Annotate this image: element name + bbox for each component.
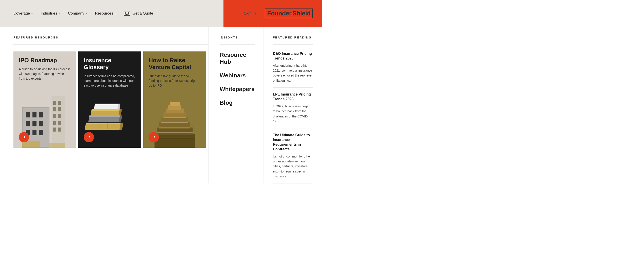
insights-label: INSIGHTS <box>220 36 254 39</box>
svg-rect-34 <box>91 109 121 111</box>
logo-text-line1: Founder <box>267 10 292 17</box>
card-insurance-glossary[interactable]: Insurance Glossary Insurance terms can b… <box>78 51 141 148</box>
svg-rect-56 <box>159 127 190 128</box>
navbar: Coverage ▾ Industries ▾ Company ▾ Resour… <box>0 0 322 27</box>
svg-rect-57 <box>161 122 188 123</box>
reading-items: D&O Insurance Pricing Trends 2023 After … <box>273 51 313 183</box>
svg-rect-12 <box>32 130 36 135</box>
card-2-desc: Insurance terms can be complicated, lear… <box>84 74 136 88</box>
reading-item-3: The Ultimate Guide to Insurance Requirem… <box>273 128 313 183</box>
svg-rect-28 <box>86 123 122 124</box>
svg-rect-19 <box>53 114 56 118</box>
svg-rect-58 <box>164 117 186 118</box>
card-1-desc: A guide to de-risking the IPO process wi… <box>19 67 71 81</box>
nav-left: Coverage ▾ Industries ▾ Company ▾ Resour… <box>0 11 224 16</box>
featured-resources-label: FEATURED RESOURCES <box>14 36 208 39</box>
svg-rect-20 <box>58 114 61 118</box>
svg-rect-6 <box>32 112 36 117</box>
chevron-down-icon: ▾ <box>31 12 33 15</box>
divider <box>14 44 208 45</box>
svg-rect-55 <box>157 132 192 133</box>
insights-link-whitepapers[interactable]: Whitepapers <box>220 86 254 93</box>
card-ipo-roadmap[interactable]: IPO Roadmap A guide to de-risking the IP… <box>14 51 76 148</box>
svg-rect-21 <box>53 121 56 125</box>
featured-reading-panel: FEATURED READING D&O Insurance Pricing T… <box>264 27 322 183</box>
insights-links: Resource Hub Webinars Whitepapers Blog <box>220 51 254 106</box>
chevron-down-icon: ▾ <box>86 12 87 15</box>
svg-rect-7 <box>39 112 43 117</box>
chevron-up-icon: ▴ <box>114 12 116 15</box>
card-2-arrow[interactable] <box>84 132 94 142</box>
svg-rect-5 <box>26 112 30 117</box>
card-venture-capital[interactable]: How to Raise Venture Capital Our extensi… <box>143 51 206 148</box>
svg-rect-24 <box>58 128 61 132</box>
signin-button[interactable]: Sign In <box>244 11 256 16</box>
logo: Founder Shield <box>265 8 313 18</box>
reading-excerpt-3: It's not uncommon for other professional… <box>273 154 313 179</box>
svg-rect-10 <box>39 121 43 126</box>
card-3-content: How to Raise Venture Capital Our extensi… <box>143 51 206 88</box>
insights-panel: INSIGHTS Resource Hub Webinars Whitepape… <box>208 27 264 183</box>
reading-title-1[interactable]: D&O Insurance Pricing Trends 2023 <box>273 51 313 61</box>
featured-resources-panel: FEATURED RESOURCES IPO Roadmap A guide t… <box>0 27 208 183</box>
svg-rect-16 <box>58 101 61 105</box>
svg-rect-48 <box>170 102 180 106</box>
svg-rect-31 <box>89 115 121 117</box>
card-3-desc: Our extensive guide to the VC funding pr… <box>149 74 201 88</box>
svg-rect-15 <box>53 101 56 105</box>
svg-rect-37 <box>95 104 120 105</box>
insights-divider <box>220 44 254 45</box>
nav-resources[interactable]: Resources ▴ <box>95 11 116 16</box>
get-quote-button[interactable]: Get a Quote <box>124 11 153 16</box>
insights-link-blog[interactable]: Blog <box>220 99 254 106</box>
svg-rect-41 <box>154 134 195 148</box>
logo-text-line2: Shield <box>292 10 310 17</box>
svg-rect-17 <box>53 107 56 111</box>
reading-item-1: D&O Insurance Pricing Trends 2023 After … <box>273 51 313 88</box>
insights-link-resource-hub[interactable]: Resource Hub <box>220 51 254 65</box>
main-content: FEATURED RESOURCES IPO Roadmap A guide t… <box>0 27 322 183</box>
card-2-content: Insurance Glossary Insurance terms can b… <box>78 51 141 88</box>
card-2-title: Insurance Glossary <box>84 57 136 71</box>
svg-rect-26 <box>49 143 65 148</box>
featured-reading-label: FEATURED READING <box>273 36 313 39</box>
card-1-arrow[interactable] <box>19 132 29 142</box>
reading-title-2[interactable]: EPL Insurance Pricing Trends 2023 <box>273 92 313 102</box>
reading-item-2: EPL Insurance Pricing Trends 2023 In 202… <box>273 88 313 128</box>
nav-right: Sign In Founder Shield <box>224 0 322 27</box>
svg-rect-22 <box>58 121 61 125</box>
svg-rect-54 <box>154 138 195 138</box>
svg-rect-42 <box>157 128 192 135</box>
nav-industries[interactable]: Industries ▾ <box>41 11 60 16</box>
svg-rect-23 <box>53 128 56 132</box>
card-3-arrow[interactable] <box>149 132 159 142</box>
svg-rect-13 <box>39 130 43 135</box>
card-1-content: IPO Roadmap A guide to de-risking the IP… <box>14 51 76 81</box>
reading-divider <box>273 44 313 45</box>
svg-rect-18 <box>58 107 61 111</box>
nav-company[interactable]: Company ▾ <box>68 11 87 16</box>
nav-coverage[interactable]: Coverage ▾ <box>14 11 33 16</box>
card-3-title: How to Raise Venture Capital <box>149 57 201 71</box>
svg-rect-0 <box>126 12 128 14</box>
reading-title-3[interactable]: The Ultimate Guide to Insurance Requirem… <box>273 133 313 151</box>
insights-link-webinars[interactable]: Webinars <box>220 72 254 79</box>
chevron-down-icon: ▾ <box>58 12 60 15</box>
reading-excerpt-2: In 2022, businesses began to bounce back… <box>273 104 313 124</box>
reading-excerpt-1: After enduring a hard-hit 2021, commerci… <box>273 63 313 83</box>
svg-rect-8 <box>26 121 30 126</box>
quote-icon <box>124 11 130 16</box>
svg-rect-9 <box>32 121 36 126</box>
card-1-title: IPO Roadmap <box>19 57 71 64</box>
cards-row: IPO Roadmap A guide to de-risking the IP… <box>14 51 208 148</box>
